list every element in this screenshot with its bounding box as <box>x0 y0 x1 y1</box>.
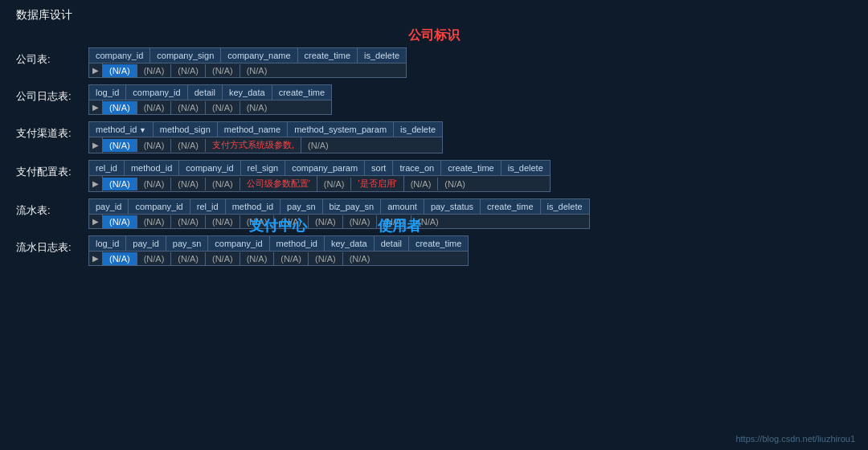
col-cell-2-1: (N/A) <box>137 139 172 152</box>
col-header-1-2: detail <box>188 85 223 100</box>
col-header-3-3: rel_sign <box>241 161 286 175</box>
col-cell-4-1: (N/A) <box>137 215 172 228</box>
col-header-3-5: sort <box>365 161 393 175</box>
page-title: 数据库设计 <box>0 0 868 27</box>
col-header-4-2: rel_id <box>190 199 226 214</box>
col-cell-3-1: (N/A) <box>137 178 172 190</box>
table-label-4: 流水表: <box>16 198 88 218</box>
col-header-1-4: create_time <box>272 85 331 100</box>
col-header-1-0: log_id <box>89 85 126 100</box>
col-cell-4-4: (N/A) <box>240 215 275 228</box>
arrow-cell-4: ▶ <box>89 215 103 228</box>
table-row-3: 支付配置表:rel_idmethod_idcompany_idrel_signc… <box>16 160 852 192</box>
col-header-2-2: method_name <box>218 122 288 137</box>
col-cell-5-3: (N/A) <box>206 252 240 265</box>
col-header-2-1: method_sign <box>154 122 218 137</box>
col-cell-3-5: (N/A) <box>317 178 352 190</box>
col-cell-5-4: (N/A) <box>240 252 275 265</box>
table-row-0: 公司表:company_idcompany_signcompany_namecr… <box>16 47 852 78</box>
col-header-1-1: company_id <box>126 85 187 100</box>
col-cell-4-5: (N/A) <box>274 215 309 228</box>
arrow-cell-5: ▶ <box>89 252 103 265</box>
col-header-0-4: is_delete <box>358 48 406 63</box>
col-header-1-3: key_data <box>223 85 272 100</box>
col-header-4-7: pay_status <box>424 199 481 214</box>
table-label-5: 流水日志表: <box>16 235 88 255</box>
col-cell-3-2: (N/A) <box>171 178 206 190</box>
table-label-2: 支付渠道表: <box>16 121 88 141</box>
col-header-5-5: key_data <box>325 236 375 251</box>
col-cell-3-0: (N/A) <box>103 178 137 190</box>
col-header-5-0: log_id <box>89 236 126 251</box>
col-cell-4-9: (N/A) <box>411 215 445 228</box>
col-cell-4-2: (N/A) <box>171 215 206 228</box>
arrow-cell-3: ▶ <box>89 176 103 191</box>
col-header-5-3: company_id <box>208 236 269 251</box>
db-table-0: company_idcompany_signcompany_namecreate… <box>88 47 407 78</box>
center-label: 公司标识 <box>0 27 868 44</box>
col-header-5-1: pay_id <box>126 236 166 251</box>
col-header-3-0: rel_id <box>89 161 125 175</box>
col-cell-3-7: (N/A) <box>404 178 439 190</box>
col-cell-1-1: (N/A) <box>137 101 172 114</box>
col-cell-0-0: (N/A) <box>103 64 137 77</box>
col-header-3-8: is_delete <box>502 161 550 175</box>
col-header-4-5: biz_pay_sn <box>323 199 382 214</box>
table-row-4: 流水表:pay_idcompany_idrel_idmethod_idpay_s… <box>16 198 852 229</box>
col-header-2-3: method_system_param <box>288 122 394 137</box>
col-cell-2-4: (N/A) <box>301 139 335 152</box>
col-header-4-1: company_id <box>129 199 190 214</box>
col-header-4-4: pay_sn <box>280 199 322 214</box>
col-cell-4-7: (N/A) <box>343 215 378 228</box>
col-header-2-4: is_delete <box>394 122 442 137</box>
col-cell-5-1: (N/A) <box>137 252 172 265</box>
col-header-3-2: company_id <box>179 161 240 175</box>
col-cell-2-0: (N/A) <box>103 139 137 152</box>
col-header-5-6: detail <box>375 236 409 251</box>
col-cell-0-2: (N/A) <box>171 64 206 77</box>
col-cell-4-0: (N/A) <box>103 215 137 228</box>
col-cell-1-3: (N/A) <box>206 101 240 114</box>
arrow-cell-0: ▶ <box>89 63 103 77</box>
col-header-2-0: method_id <box>89 122 154 137</box>
col-header-4-0: pay_id <box>89 199 129 214</box>
col-header-3-1: method_id <box>125 161 179 175</box>
col-cell-3-6: '是否启用' <box>351 176 403 191</box>
col-cell-4-3: (N/A) <box>206 215 240 228</box>
col-header-3-7: create_time <box>441 161 501 175</box>
db-table-5: log_idpay_idpay_sncompany_idmethod_idkey… <box>88 235 469 266</box>
col-cell-3-8: (N/A) <box>438 178 472 190</box>
col-header-0-0: company_id <box>89 48 150 63</box>
col-cell-5-2: (N/A) <box>171 252 206 265</box>
col-cell-2-3: 支付方式系统级参数, <box>206 137 301 153</box>
col-header-4-6: amount <box>381 199 424 214</box>
col-cell-5-7: (N/A) <box>343 252 377 265</box>
table-label-0: 公司表: <box>16 47 88 67</box>
db-table-4: pay_idcompany_idrel_idmethod_idpay_snbiz… <box>88 198 590 229</box>
table-label-1: 公司日志表: <box>16 84 88 104</box>
col-cell-3-3: (N/A) <box>206 178 240 190</box>
col-cell-0-4: (N/A) <box>240 64 274 77</box>
col-cell-5-5: (N/A) <box>274 252 309 265</box>
col-cell-0-1: (N/A) <box>137 64 172 77</box>
col-cell-1-2: (N/A) <box>171 101 206 114</box>
col-header-0-3: create_time <box>298 48 358 63</box>
col-cell-4-6: (N/A) <box>309 215 343 228</box>
col-header-4-8: create_time <box>481 199 540 214</box>
col-cell-0-3: (N/A) <box>206 64 240 77</box>
col-header-3-4: company_param <box>285 161 365 175</box>
arrow-cell-1: ▶ <box>89 100 103 114</box>
col-cell-5-6: (N/A) <box>309 252 343 265</box>
db-table-1: log_idcompany_iddetailkey_datacreate_tim… <box>88 84 332 115</box>
watermark: https://blog.csdn.net/liuzhirou1 <box>735 434 855 444</box>
col-header-3-6: trace_on <box>393 161 441 175</box>
db-table-3: rel_idmethod_idcompany_idrel_signcompany… <box>88 160 551 192</box>
col-header-0-2: company_name <box>221 48 297 63</box>
col-cell-1-4: (N/A) <box>240 101 274 114</box>
col-header-5-4: method_id <box>270 236 325 251</box>
col-cell-1-0: (N/A) <box>103 101 137 114</box>
col-cell-4-8: (N/A) <box>377 215 411 228</box>
table-row-1: 公司日志表:log_idcompany_iddetailkey_datacrea… <box>16 84 852 115</box>
col-cell-2-2: (N/A) <box>171 139 206 152</box>
table-row-2: 支付渠道表:method_idmethod_signmethod_namemet… <box>16 121 852 153</box>
